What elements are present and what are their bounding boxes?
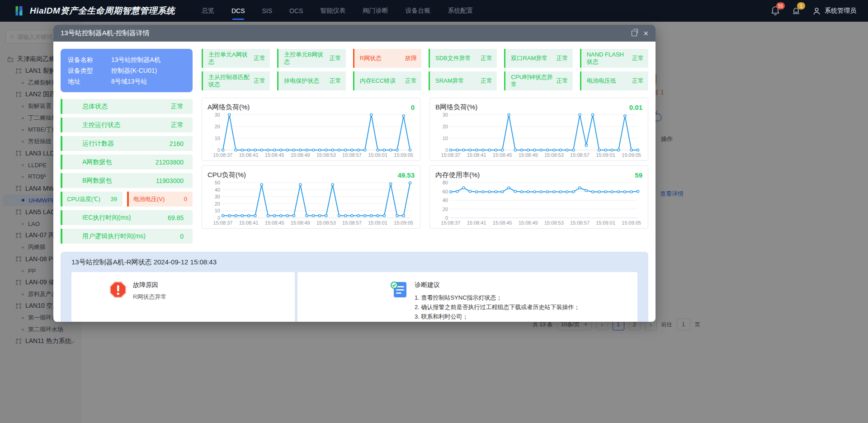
nav-menu-item[interactable]: SIS <box>253 0 281 22</box>
svg-text:15:08:37: 15:08:37 <box>213 152 233 158</box>
device-info-row: 地址 8号域13号站 <box>68 76 185 87</box>
user-menu[interactable]: 系统管理员 <box>812 7 856 15</box>
nav-menu-item[interactable]: OCS <box>281 0 311 22</box>
fault-reason-text: R网状态异常 <box>133 293 166 301</box>
svg-text:10: 10 <box>215 208 220 213</box>
svg-text:15:08:41: 15:08:41 <box>239 220 259 226</box>
notification-count-badge: 55 <box>776 2 785 9</box>
chart-plot: 0102030405015:08:3715:08:4115:08:4515:08… <box>208 180 415 226</box>
status-chip-value: 正常 <box>554 77 568 85</box>
metric-value: 11903000 <box>156 177 184 184</box>
chart-current-value: 59 <box>635 171 642 179</box>
maximize-icon[interactable] <box>632 31 637 36</box>
metric-value: 39 <box>111 196 117 202</box>
notification-bell[interactable]: 55 <box>771 6 781 16</box>
status-chip-value: 正常 <box>402 77 417 85</box>
metric-label: 主控运行状态 <box>82 121 120 129</box>
nav-menu-item[interactable]: DCS <box>223 0 254 22</box>
svg-text:15:08:57: 15:08:57 <box>342 152 362 158</box>
status-chip-label: 双口RAM异常 <box>511 55 547 62</box>
svg-text:15:09:05: 15:09:05 <box>394 220 413 226</box>
status-chip-value: 故障 <box>402 55 417 62</box>
status-chip-value: 正常 <box>554 55 568 62</box>
nav-menu-item[interactable]: 智能仪表 <box>311 0 354 22</box>
chart-plot: 02040608015:08:3715:08:4115:08:4515:08:4… <box>435 180 642 226</box>
status-chips-grid: 主控单元A网状态 正常 主控单元B网状态 正常 R网状态 故障 SDB文件异常 … <box>202 49 648 90</box>
status-chip-value: 正常 <box>629 77 644 85</box>
diagnosis-advice-list: 1. 查看控制站SYNC指示灯状态；2. 确认报警之前是否执行过工程组态下载或者… <box>415 293 580 321</box>
status-chip-value: 正常 <box>478 55 492 62</box>
chart-title: CPU负荷(%) <box>208 171 246 179</box>
svg-text:15:08:53: 15:08:53 <box>316 220 336 226</box>
status-chip-value: 正常 <box>478 77 492 85</box>
nav-menu-item[interactable]: 总览 <box>193 0 223 22</box>
user-name: 系统管理员 <box>825 7 856 15</box>
svg-text:15:08:37: 15:08:37 <box>441 152 461 158</box>
alarm-indicator[interactable]: 1 <box>792 6 802 16</box>
svg-text:15:08:37: 15:08:37 <box>213 220 233 226</box>
battery-voltage-metric: 电池电压(V) 0 <box>127 192 193 207</box>
svg-text:10: 10 <box>443 136 448 141</box>
status-chip-label: CPU时钟状态异常 <box>511 74 553 88</box>
status-chip-value: 正常 <box>629 55 644 62</box>
metric-row: 用户逻辑执行时间(ms) 0 <box>61 229 193 244</box>
svg-text:15:08:49: 15:08:49 <box>519 220 538 226</box>
svg-text:10: 10 <box>215 136 220 141</box>
app-title: HialDM资产全生命周期智慧管理系统 <box>30 5 175 17</box>
svg-text:15:08:45: 15:08:45 <box>265 152 284 158</box>
status-chip-label: 主控单元A网状态 <box>208 51 251 66</box>
status-chip: 主控单元A网状态 正常 <box>202 49 270 68</box>
diagnosis-doc-icon <box>390 281 408 298</box>
nav-menu-item[interactable]: 阀门诊断 <box>354 0 396 22</box>
svg-text:15:08:41: 15:08:41 <box>467 152 486 158</box>
device-info-row: 设备名称 13号站控制器A机 <box>68 54 185 65</box>
svg-text:15:08:37: 15:08:37 <box>441 220 461 226</box>
chart-current-value: 0.01 <box>629 103 642 111</box>
status-chip: 主控单元B网状态 正常 <box>277 49 345 68</box>
svg-text:40: 40 <box>215 187 220 193</box>
status-chip-value: 正常 <box>251 77 265 85</box>
device-summary-column: 设备名称 13号站控制器A机 设备类型 控制器(K-CU01) 地址 8号域13… <box>61 49 193 247</box>
status-chip-value: 正常 <box>251 55 265 62</box>
status-chip: 双口RAM异常 正常 <box>504 49 572 68</box>
status-chip: 掉电保护状态 正常 <box>277 71 345 90</box>
chart-cpu-load: CPU负荷(%) 49.53 0102030405015:08:3715:08:… <box>202 165 420 229</box>
close-icon[interactable]: × <box>643 29 648 38</box>
fault-event-section: 13号站控制器A机-R网状态 2024-09-12 15:08:43 故障原因 … <box>61 252 648 322</box>
metric-label: 运行计数器 <box>82 140 114 148</box>
app-logo: HialDM资产全生命周期智慧管理系统 <box>13 5 175 17</box>
svg-text:15:08:53: 15:08:53 <box>544 220 564 226</box>
svg-text:30: 30 <box>215 112 220 118</box>
fault-event-title: 13号站控制器A机-R网状态 2024-09-12 15:08:43 <box>71 258 637 267</box>
status-chip: SRAM异常 正常 <box>429 71 497 90</box>
chart-title: B网络负荷(%) <box>435 103 477 112</box>
svg-text:20: 20 <box>443 124 448 129</box>
nav-menu-item[interactable]: 系统配置 <box>439 0 481 22</box>
nav-menu-item[interactable]: 设备台账 <box>396 0 439 22</box>
modal-body: 设备名称 13号站控制器A机 设备类型 控制器(K-CU01) 地址 8号域13… <box>53 42 656 322</box>
svg-text:60: 60 <box>443 189 448 194</box>
main-menu: 总览 DCS SIS OCS 智能仪表 阀门诊断 设备台账 系统配置 <box>193 0 481 22</box>
svg-text:80: 80 <box>443 180 448 185</box>
status-chip-label: NAND FLASH状态 <box>587 51 629 66</box>
svg-text:15:08:45: 15:08:45 <box>265 220 284 226</box>
metric-value: 0 <box>180 233 184 240</box>
svg-text:15:08:49: 15:08:49 <box>291 220 310 226</box>
advice-item: 3. 联系和利时公司； <box>415 312 580 321</box>
status-chip: R网状态 故障 <box>353 49 421 68</box>
status-chip-label: 主从控制器匹配状态 <box>208 74 251 88</box>
chart-memory-usage: 内存使用率(%) 59 02040608015:08:3715:08:4115:… <box>429 165 648 229</box>
metric-value: 正常 <box>171 103 184 111</box>
metric-value: 正常 <box>171 121 184 129</box>
svg-text:40: 40 <box>443 197 448 203</box>
device-info-card: 设备名称 13号站控制器A机 设备类型 控制器(K-CU01) 地址 8号域13… <box>61 49 193 92</box>
fault-reason-heading: 故障原因 <box>133 281 166 289</box>
device-info-value: 控制器(K-CU01) <box>111 65 157 76</box>
metric-value: 21203800 <box>156 159 184 166</box>
metric-label: B网数据包 <box>82 177 112 185</box>
svg-text:15:08:49: 15:08:49 <box>519 152 538 158</box>
controller-detail-modal: 13号站控制器A机-控制器详情 × 设备名称 13号站控制器A机 设备类型 控制… <box>53 25 656 322</box>
metric-row: B网数据包 11903000 <box>61 173 193 188</box>
svg-text:15:09:05: 15:09:05 <box>394 152 413 158</box>
svg-text:15:08:41: 15:08:41 <box>467 220 486 226</box>
